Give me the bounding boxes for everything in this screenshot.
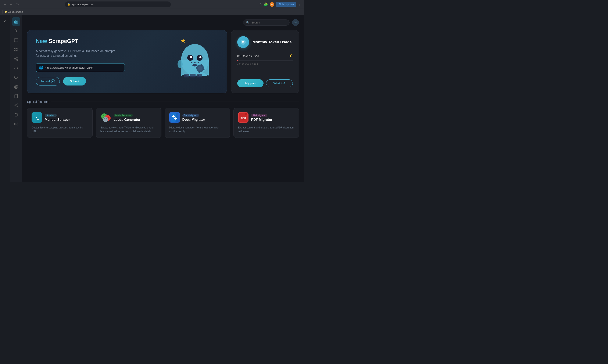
forward-button[interactable]: →: [9, 2, 14, 7]
manual-scraper-info: Standard Manual Scraper: [45, 113, 88, 122]
svg-line-9: [15, 59, 17, 60]
sidebar-item-broadcast[interactable]: [12, 120, 20, 128]
sidebar-item-play[interactable]: [12, 27, 20, 35]
share-icon: [14, 57, 18, 61]
extensions-icon[interactable]: 🧩: [264, 2, 268, 6]
svg-point-38: [103, 117, 108, 122]
what-for-button[interactable]: What for?: [266, 79, 293, 87]
terminal-icon: [14, 38, 18, 42]
svg-rect-4: [14, 50, 16, 51]
tokens-used-row: 818 tokens used ⚡: [237, 54, 293, 58]
pdf-migrator-icon: PDF: [238, 112, 248, 123]
feature-card-docs-migrator[interactable]: Docs Migrator Docs Migrator Migrate docu…: [165, 108, 230, 138]
star-decoration: ★: [180, 37, 186, 45]
svg-rect-47: [245, 113, 247, 115]
svg-point-40: [106, 118, 107, 119]
sidebar-item-book[interactable]: [12, 92, 20, 100]
docs-migrator-header: Docs Migrator Docs Migrator: [169, 112, 226, 123]
token-coin-icon: [240, 39, 246, 45]
manual-scraper-icon: >_: [32, 112, 42, 123]
sidebar-item-terminal[interactable]: [12, 36, 20, 44]
svg-text:PDF: PDF: [241, 117, 246, 120]
finish-update-label: Finish update: [279, 3, 294, 6]
all-bookmarks-item[interactable]: 📁 All Bookmarks: [4, 10, 23, 13]
sidebar-item-globe[interactable]: [12, 82, 20, 91]
bookmarks-bar: 📁 All Bookmarks: [0, 9, 304, 15]
svg-point-37: [108, 117, 109, 118]
search-icon: 🔍: [246, 21, 250, 24]
sidebar-item-megaphone[interactable]: [12, 101, 20, 110]
leads-generator-icon: [100, 112, 111, 123]
tutorial-label: Tutorial: [41, 79, 50, 83]
tutorial-button[interactable]: Tutorial ▶: [36, 77, 60, 86]
browser-chrome: ← → ↻ 🔒 app.mrscraper.com ☆ 🧩 A Finish u…: [0, 0, 304, 9]
svg-marker-0: [15, 29, 17, 33]
svg-point-21: [177, 60, 183, 68]
url-globe-icon: 🌐: [39, 65, 43, 70]
sidebar-toggle-col: >: [0, 15, 10, 182]
sidebar-item-grid[interactable]: [12, 45, 20, 54]
svg-point-34: [105, 115, 106, 116]
token-title: Monthly Token Usage: [253, 40, 292, 44]
section-divider: [51, 102, 299, 102]
grid-icon: [14, 47, 18, 52]
sidebar: [10, 15, 22, 182]
broadcast-icon: [14, 122, 18, 126]
megaphone-icon: [14, 103, 18, 107]
bookmarks-folder-icon: 📁: [4, 10, 7, 13]
tutorial-play-icon: ▶: [51, 79, 55, 83]
sidebar-toggle-button[interactable]: >: [3, 18, 7, 24]
svg-rect-1: [14, 39, 18, 42]
token-card: Monthly Token Usage 818 tokens used ⚡ 49…: [231, 30, 299, 93]
url-text: app.mrscraper.com: [72, 3, 94, 6]
user-initials-badge[interactable]: DA: [292, 19, 299, 26]
url-input-row[interactable]: 🌐: [36, 63, 125, 72]
svg-rect-5: [16, 50, 18, 51]
sidebar-item-home[interactable]: [12, 17, 20, 26]
search-box[interactable]: 🔍: [243, 19, 290, 26]
url-input[interactable]: [45, 66, 122, 69]
leads-generator-name: Leads Generator: [114, 118, 157, 122]
title-main: ScrapeGPT: [49, 38, 78, 44]
svg-rect-30: [197, 74, 202, 78]
more-menu-icon[interactable]: ⋮: [298, 2, 301, 6]
svg-rect-28: [184, 74, 189, 78]
manual-scraper-badge: Standard: [45, 114, 57, 117]
feature-card-pdf-migrator[interactable]: PDF PDF Migrator PDF Migrator Extract co…: [233, 108, 299, 138]
search-input[interactable]: [251, 21, 286, 24]
back-button[interactable]: ←: [2, 2, 7, 7]
special-features-section: Special features >_ Standard Manual Scra…: [27, 100, 299, 138]
my-plan-button[interactable]: My plan: [237, 79, 264, 87]
hero-section: New ScrapeGPT Automatically generate JSO…: [27, 30, 299, 93]
pdf-migrator-info: PDF Migrator PDF Migrator: [251, 113, 295, 122]
leads-generator-description: Scrape reviews from Twitter or Google to…: [100, 126, 157, 133]
docs-migrator-name: Docs Migrator: [182, 118, 226, 122]
pdf-migrator-name: PDF Migrator: [251, 118, 295, 122]
bookmark-star-icon[interactable]: ☆: [259, 2, 262, 6]
heart-icon: [14, 75, 18, 79]
svg-point-39: [104, 118, 105, 119]
lightning-icon: ⚡: [288, 54, 293, 58]
svg-line-10: [15, 58, 17, 58]
svg-rect-2: [14, 48, 16, 49]
profile-avatar[interactable]: A: [270, 2, 274, 7]
tokens-available: 49182 AVAILABLE: [237, 63, 293, 66]
submit-button[interactable]: Submit: [63, 77, 86, 86]
manual-scraper-header: >_ Standard Manual Scraper: [32, 112, 88, 123]
card-description: Automatically generate JSON from a URL b…: [36, 49, 116, 58]
sidebar-item-favorites[interactable]: [12, 73, 20, 82]
refresh-button[interactable]: ↻: [15, 2, 20, 7]
svg-point-20: [199, 56, 202, 58]
feature-card-manual-scraper[interactable]: >_ Standard Manual Scraper Customize the…: [27, 108, 93, 138]
feature-card-leads-generator[interactable]: Leads Generator Leads Generator Scrape r…: [96, 108, 162, 138]
leads-generator-info: Leads Generator Leads Generator: [114, 113, 157, 122]
finish-update-button[interactable]: Finish update: [276, 2, 296, 7]
docs-migrator-description: Migrate documentation from one platform …: [169, 126, 226, 133]
sidebar-item-code[interactable]: [12, 64, 20, 72]
address-bar[interactable]: 🔒 app.mrscraper.com: [65, 1, 171, 7]
svg-point-6: [16, 57, 18, 58]
clipboard-icon: [14, 113, 18, 117]
sidebar-item-clipboard[interactable]: [12, 110, 20, 119]
sidebar-item-share[interactable]: [12, 55, 20, 63]
mascot-area: ★ ✦: [176, 37, 218, 83]
